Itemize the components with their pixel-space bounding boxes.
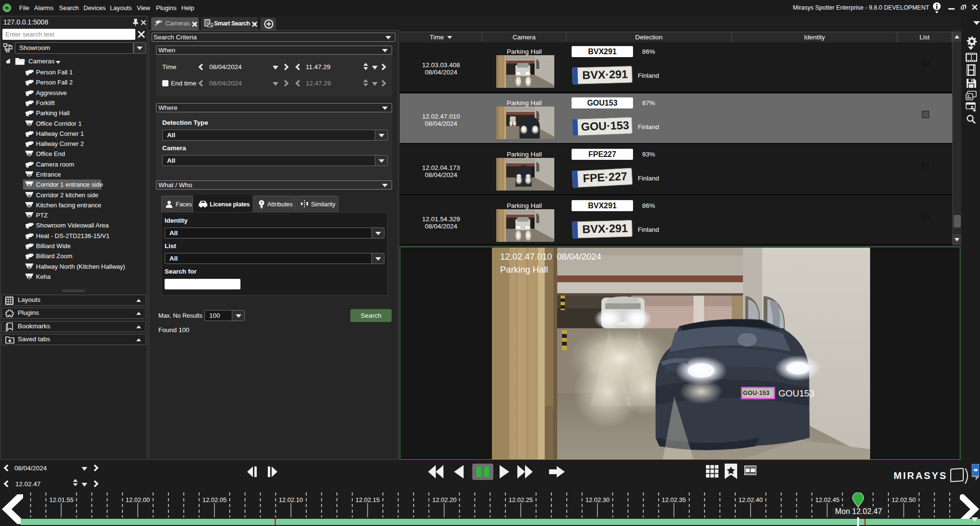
svg-text:FPE·227: FPE·227 xyxy=(583,170,628,185)
svg-text:BVX·291: BVX·291 xyxy=(582,68,628,81)
svg-text:GOU·153: GOU·153 xyxy=(581,119,629,133)
svg-text:BVX·291: BVX·291 xyxy=(582,222,628,235)
